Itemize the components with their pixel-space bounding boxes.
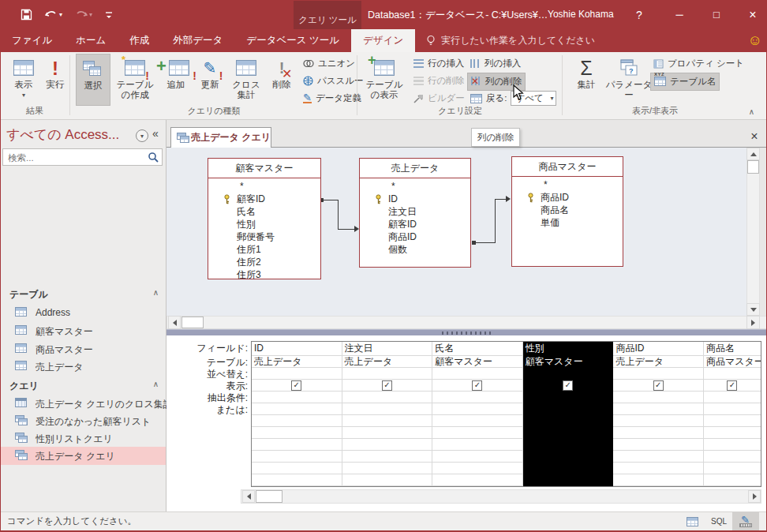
make-table-button[interactable]: * ! テーブルの作成 bbox=[112, 54, 158, 106]
join-line[interactable] bbox=[473, 242, 495, 243]
view-button[interactable]: 表示 ▾ bbox=[8, 54, 39, 106]
hscroll-thumb[interactable] bbox=[256, 490, 282, 503]
crosstab-query-button[interactable]: クロス集計 bbox=[227, 54, 265, 106]
or-cell[interactable] bbox=[432, 403, 522, 415]
tab-external-data[interactable]: 外部データ bbox=[161, 29, 234, 52]
field-row[interactable]: 注文日 bbox=[360, 205, 470, 218]
field-cell[interactable]: 注文日 bbox=[342, 342, 432, 356]
field-row[interactable]: 郵便番号 bbox=[208, 230, 320, 243]
customize-qat-button[interactable] bbox=[105, 10, 113, 20]
property-sheet-button[interactable]: プロパティ シート bbox=[650, 55, 747, 72]
close-document-icon[interactable]: × bbox=[746, 129, 762, 144]
field-row[interactable]: 顧客ID bbox=[360, 218, 470, 230]
field-row[interactable]: 住所1 bbox=[208, 243, 320, 256]
or-cell[interactable] bbox=[704, 403, 761, 415]
table-cell[interactable]: 顧客マスター bbox=[523, 356, 613, 368]
field-cell[interactable]: ID bbox=[252, 342, 342, 356]
nav-item-crosstab-query[interactable]: 売上データ クエリのクロス集計 bbox=[0, 395, 166, 412]
nav-pane-header[interactable]: すべての Access... ▾ « bbox=[0, 123, 166, 147]
hscroll-thumb[interactable] bbox=[181, 317, 204, 328]
sort-cell[interactable] bbox=[704, 368, 761, 380]
show-cell[interactable]: ✓ bbox=[432, 380, 522, 392]
feedback-smiley-icon[interactable]: ☺ bbox=[748, 29, 762, 52]
sql-view-button[interactable]: SQL bbox=[705, 512, 732, 530]
table-cell[interactable]: 商品マスター bbox=[704, 356, 761, 368]
diagram-table-sales-data[interactable]: 売上データ * ID 注文日 顧客ID 商品ID 個数 bbox=[359, 158, 471, 268]
table-title[interactable]: 売上データ bbox=[360, 159, 470, 178]
undo-dropdown-icon[interactable]: ▾ bbox=[59, 11, 62, 18]
show-cell[interactable]: ✓ bbox=[704, 380, 761, 392]
empty-rows[interactable] bbox=[613, 415, 703, 486]
empty-rows[interactable] bbox=[704, 415, 761, 486]
table-cell[interactable]: 顧客マスター bbox=[432, 356, 522, 368]
union-query-button[interactable]: ユニオン bbox=[300, 55, 358, 72]
nav-item-customer-master[interactable]: 顧客マスター bbox=[0, 322, 166, 339]
redo-button[interactable]: ▾ bbox=[75, 9, 92, 21]
scroll-up-button[interactable] bbox=[746, 148, 760, 160]
field-cell[interactable]: 商品ID bbox=[613, 342, 703, 356]
search-icon[interactable] bbox=[148, 152, 159, 163]
join-line[interactable] bbox=[338, 200, 339, 230]
sort-cell[interactable] bbox=[523, 368, 613, 380]
empty-rows[interactable] bbox=[342, 415, 432, 486]
criteria-cell[interactable] bbox=[342, 392, 432, 403]
field-row[interactable]: 商品ID bbox=[512, 191, 623, 204]
scroll-right-button[interactable] bbox=[748, 490, 761, 503]
show-cell[interactable]: ✓ bbox=[252, 380, 342, 392]
sort-cell[interactable] bbox=[342, 368, 432, 380]
field-row[interactable]: ID bbox=[360, 193, 470, 205]
pane-splitter[interactable] bbox=[166, 329, 767, 335]
data-definition-query-button[interactable]: ✎ データ定義 bbox=[300, 90, 365, 107]
empty-rows[interactable] bbox=[523, 415, 613, 486]
field-row[interactable]: 商品ID bbox=[360, 230, 470, 243]
field-cell[interactable]: 商品名 bbox=[704, 342, 761, 356]
show-cell[interactable]: ✓ bbox=[523, 380, 613, 392]
field-cell[interactable]: 氏名 bbox=[432, 342, 522, 356]
nav-search[interactable] bbox=[2, 148, 163, 166]
criteria-cell[interactable] bbox=[613, 392, 703, 403]
nav-item-address[interactable]: Address bbox=[0, 304, 166, 321]
field-row[interactable]: * bbox=[208, 180, 320, 193]
redo-dropdown-icon[interactable]: ▾ bbox=[89, 11, 92, 18]
show-checkbox[interactable]: ✓ bbox=[653, 380, 664, 391]
minimize-button[interactable]: ─ bbox=[665, 0, 694, 29]
scroll-right-button[interactable] bbox=[746, 316, 760, 329]
scroll-down-button[interactable] bbox=[746, 303, 760, 316]
show-checkbox[interactable]: ✓ bbox=[563, 380, 573, 391]
tab-file[interactable]: ファイル bbox=[0, 29, 64, 52]
join-line[interactable] bbox=[495, 199, 507, 200]
show-table-button[interactable]: + テーブルの表示 bbox=[361, 54, 407, 106]
field-row[interactable]: 顧客ID bbox=[208, 193, 320, 205]
scroll-left-button[interactable] bbox=[242, 490, 255, 503]
shutter-bar-close-icon[interactable]: « bbox=[152, 127, 159, 140]
insert-rows-button[interactable]: 行の挿入 bbox=[410, 55, 467, 72]
scroll-left-button[interactable] bbox=[168, 316, 181, 329]
field-row[interactable]: 商品名 bbox=[512, 204, 623, 216]
criteria-cell[interactable] bbox=[432, 392, 522, 403]
delete-rows-button[interactable]: 行の削除 bbox=[410, 73, 467, 89]
join-line[interactable] bbox=[495, 199, 496, 243]
diagram-hscrollbar[interactable] bbox=[166, 316, 767, 329]
table-names-button[interactable]: XYZ テーブル名 bbox=[650, 73, 720, 91]
nav-item-gender-list-query[interactable]: 性別リストクエリ bbox=[0, 429, 166, 447]
diagram-table-customer-master[interactable]: 顧客マスター * 顧客ID 氏名 性別 郵便番号 住所1 住所2 住所3 bbox=[208, 158, 321, 279]
field-cell[interactable]: 性別 bbox=[523, 342, 613, 356]
tab-database-tools[interactable]: データベース ツール bbox=[234, 29, 351, 52]
table-cell[interactable]: 売上データ bbox=[252, 356, 342, 368]
save-button[interactable] bbox=[21, 9, 32, 21]
field-row[interactable]: 性別 bbox=[208, 218, 320, 230]
vscroll-thumb[interactable] bbox=[747, 160, 759, 174]
table-cell[interactable]: 売上データ bbox=[342, 356, 432, 368]
datasheet-view-button[interactable] bbox=[679, 512, 705, 530]
field-row[interactable]: 住所3 bbox=[208, 268, 320, 281]
field-row[interactable]: 個数 bbox=[360, 243, 470, 256]
field-row[interactable]: 住所2 bbox=[208, 256, 320, 268]
or-cell[interactable] bbox=[252, 403, 342, 415]
join-line[interactable] bbox=[338, 229, 354, 230]
criteria-cell[interactable] bbox=[704, 392, 761, 403]
update-query-button[interactable]: ✎ ! 更新 bbox=[194, 54, 226, 106]
nav-group-tables[interactable]: テーブル ∧ bbox=[0, 286, 166, 303]
criteria-cell[interactable] bbox=[523, 392, 613, 403]
nav-item-sales-data-query[interactable]: 売上データ クエリ bbox=[0, 447, 166, 465]
field-row[interactable]: * bbox=[360, 180, 470, 193]
